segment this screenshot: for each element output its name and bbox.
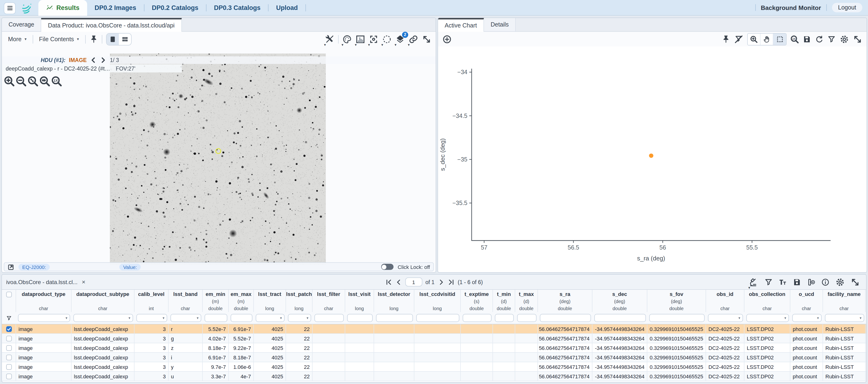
data-inspector-button[interactable] [749,277,758,287]
fits-image[interactable] [110,54,326,265]
firefly-logo-icon[interactable] [20,2,34,14]
filter-input-s_ra[interactable] [539,314,591,322]
select-region-button[interactable] [382,34,392,44]
column-header-dataproduct_subtype[interactable]: dataproduct_subtypechar [71,290,134,312]
tab-upload[interactable]: Upload [269,0,305,15]
save-chart-button[interactable] [803,35,811,43]
click-lock-toggle[interactable] [381,264,393,270]
prev-hdu-button[interactable] [90,57,97,63]
single-view-button[interactable] [106,33,119,45]
zoom-fill-button[interactable] [39,76,50,87]
column-header-t_max[interactable]: t_max(d)double [515,290,538,312]
column-header-lsst_visit[interactable]: lsst_visitlong [345,290,374,312]
filter-input-obs_id[interactable]: ▼ [708,314,743,322]
column-header-lsst_band[interactable]: lsst_bandchar [168,290,203,312]
tab-data-product[interactable]: Data Product: ivoa.ObsCore - data.lsst.c… [41,18,182,32]
table-row[interactable]: imagelsst.deepCoadd_calexp3i6.91e-78.18e… [2,353,866,362]
table-tab[interactable]: ivoa.ObsCore - data.lsst.cl... × [6,279,86,286]
tab-details[interactable]: Details [484,18,516,31]
filter-input-facility_name[interactable]: ▼ [825,314,864,322]
expand-readout-icon[interactable] [7,263,14,270]
color-palette-button[interactable] [342,34,352,44]
chart-select-button[interactable] [773,33,786,45]
scatter-plot[interactable]: 5756.55655.5−34−34.5−35−35.5s_ra (deg)s_… [438,46,867,272]
filter-input-calib_level[interactable]: ▼ [136,314,167,322]
table-row[interactable]: imagelsst.deepCoadd_calexp3g4.02e-75.52e… [2,334,866,343]
filter-input-lsst_detector[interactable] [376,314,413,322]
background-monitor-button[interactable]: Background Monitor [761,4,821,11]
chart-settings-button[interactable] [840,34,849,44]
column-header-em_max[interactable]: em_max(m)double [229,290,254,312]
wcs-link-button[interactable] [409,34,418,44]
row-checkbox[interactable] [2,334,16,343]
column-header-lsst_detector[interactable]: lsst_detectorlong [374,290,414,312]
expand-image-button[interactable] [422,34,431,44]
table-settings-button[interactable] [835,277,845,287]
grid-view-button[interactable] [119,33,131,45]
tab-dp02-images[interactable]: DP0.2 Images [87,0,144,15]
column-header-lsst_patch[interactable]: lsst_patchlong [286,290,313,312]
chart-zoom-button[interactable] [748,33,761,45]
layers-button[interactable]: 2 [395,34,405,44]
column-header-calib_level[interactable]: calib_levelint [134,290,168,312]
row-checkbox[interactable] [2,362,16,371]
pin-chart-button[interactable] [722,35,730,43]
column-header-s_fov[interactable]: s_fov(deg)double [647,290,706,312]
filter-input-lsst_tract[interactable]: ▼ [255,314,284,322]
tab-active-chart[interactable]: Active Chart [438,18,484,32]
tools-button[interactable] [325,34,334,44]
clear-filters-button[interactable] [734,34,743,44]
filter-input-lsst_filter[interactable] [314,314,344,322]
filter-input-obs_collection[interactable]: ▼ [746,314,789,322]
table-row[interactable]: imagelsst.deepCoadd_calexp3y9.7e-71.06e-… [2,362,866,372]
filter-input-t_exptime[interactable] [462,314,491,322]
next-hdu-button[interactable] [100,57,106,63]
stretch-button[interactable] [355,34,365,44]
expand-chart-button[interactable] [853,34,862,44]
prev-page-button[interactable] [395,279,402,285]
column-header-s_dec[interactable]: s_dec(deg)double [592,290,647,312]
tab-dp03-catalogs[interactable]: DP0.3 Catalogs [207,0,268,15]
chart-zoom-original-button[interactable]: 1X [790,35,799,43]
tab-dp02-catalogs[interactable]: DP0.2 Catalogs [144,0,206,15]
column-header-obs_collection[interactable]: obs_collectionchar [744,290,790,312]
logout-button[interactable]: Logout [832,3,862,12]
column-header-em_min[interactable]: em_min(m)double [203,290,229,312]
filter-input-lsst_ccdvisitid[interactable] [416,314,459,322]
tab-results[interactable]: Results [38,0,87,15]
expand-table-button[interactable] [850,277,860,287]
first-page-button[interactable] [385,279,392,285]
filter-input-em_max[interactable] [230,314,252,322]
zoom-out-button[interactable] [16,76,27,87]
next-page-button[interactable] [438,279,444,285]
zoom-1x-button[interactable]: 1X [51,76,62,87]
filter-input-t_max[interactable] [517,314,536,322]
table-filter-button[interactable] [764,278,773,286]
chart-pan-button[interactable] [761,33,773,45]
column-header-obs_id[interactable]: obs_idchar [706,290,744,312]
page-number-input[interactable] [405,278,422,286]
menu-button[interactable] [4,2,16,14]
table-row[interactable]: imagelsst.deepCoadd_calexp3u3.3e-74e-740… [2,372,866,381]
filter-input-o_ucd[interactable]: ▼ [792,314,822,322]
zoom-fit-button[interactable] [28,76,38,87]
row-checkbox[interactable] [2,343,16,352]
close-icon[interactable]: × [82,279,85,286]
filter-input-lsst_band[interactable]: ▼ [170,314,201,322]
zoom-in-button[interactable] [4,76,15,87]
row-checkbox[interactable] [2,372,16,381]
last-page-button[interactable] [448,279,454,285]
table-row[interactable]: imagelsst.deepCoadd_calexp3r5.52e-76.91e… [2,324,866,334]
column-header-lsst_ccdvisitid[interactable]: lsst_ccdvisitidlong [414,290,461,312]
recenter-button[interactable] [369,34,378,44]
column-header-lsst_tract[interactable]: lsst_tractlong [254,290,286,312]
filter-input-lsst_visit[interactable] [347,314,372,322]
column-header-t_min[interactable]: t_min(d)double [493,290,515,312]
column-header-lsst_filter[interactable]: lsst_filterchar [313,290,345,312]
filter-input-s_dec[interactable] [594,314,646,322]
column-header-dataproduct_type[interactable]: dataproduct_typechar [16,290,71,312]
select-all-checkbox[interactable] [2,290,16,312]
add-column-button[interactable] [807,278,815,286]
table-info-button[interactable] [821,278,830,286]
column-header-t_exptime[interactable]: t_exptime(s)double [461,290,493,312]
